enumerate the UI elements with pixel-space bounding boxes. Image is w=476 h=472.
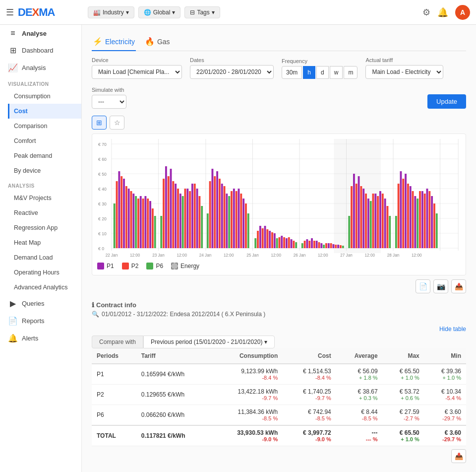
download-pdf-btn[interactable]: 📄 — [416, 279, 430, 293]
simulate-label: Simulate with — [92, 87, 126, 93]
svg-rect-111 — [301, 243, 303, 248]
freq-h-btn[interactable]: h — [303, 66, 315, 79]
share-btn[interactable]: 📤 — [451, 279, 466, 293]
freq-w-btn[interactable]: w — [330, 66, 343, 79]
cell-period: TOTAL — [92, 425, 136, 446]
regression-app-label: Regression App — [14, 224, 58, 231]
cell-max: € 27.59 -2.7 % — [383, 405, 424, 426]
sidebar-item-comparison[interactable]: Comparison — [8, 119, 81, 134]
sidebar-item-reactive[interactable]: Reactive — [8, 205, 81, 220]
svg-rect-141 — [377, 196, 379, 248]
tab-electricity[interactable]: ⚡ Electricity — [92, 33, 136, 51]
tariff-label: Actual tariff — [365, 57, 443, 63]
tariff-control: Actual tariff Main Load - Electricity — [365, 57, 443, 79]
svg-rect-117 — [316, 241, 318, 248]
cell-min: € 10.34 -5.4 % — [424, 385, 466, 405]
sidebar-item-analyse[interactable]: ≡ Analyse — [0, 25, 81, 42]
cell-cost: € 1,514.53 -8.4 % — [283, 364, 336, 385]
svg-rect-71 — [194, 184, 196, 248]
chart-legend: P1 P2 P6 Energy — [97, 260, 461, 272]
camera-btn[interactable]: 📷 — [433, 279, 448, 293]
sidebar-item-peak-demand[interactable]: Peak demand — [8, 148, 81, 163]
sidebar-item-comfort[interactable]: Comfort — [8, 134, 81, 148]
sidebar-item-mv-projects[interactable]: M&V Projects — [8, 191, 81, 205]
tab-gas[interactable]: 🔥 Gas — [144, 33, 171, 51]
device-select[interactable]: Main Load [Chemical Pla... — [92, 65, 182, 79]
svg-rect-99 — [269, 231, 271, 248]
reactive-label: Reactive — [14, 209, 38, 216]
consumption-label: Consumption — [14, 93, 51, 100]
svg-rect-108 — [291, 239, 293, 248]
sidebar-item-cost[interactable]: Cost — [8, 104, 81, 119]
chart-star-btn[interactable]: ☆ — [110, 116, 124, 130]
table-header-row: Periods Tariff Consumption Cost Average … — [92, 348, 466, 364]
settings-icon[interactable]: ⚙ — [422, 7, 430, 18]
sidebar-section-visualization: VISUALIZATION — [0, 76, 81, 89]
svg-rect-164 — [436, 213, 438, 248]
svg-rect-60 — [168, 176, 170, 248]
table-share-btn[interactable]: 📤 — [451, 449, 466, 463]
cell-tariff: 0.066260 €/kWh — [136, 405, 212, 426]
sidebar-item-queries[interactable]: ▶ Queries — [0, 295, 81, 312]
sidebar-item-reports[interactable]: 📄 Reports — [0, 312, 81, 330]
industry-selector[interactable]: 🏭 Industry ▾ — [88, 6, 134, 18]
tab-electricity-label: Electricity — [105, 38, 135, 46]
sidebar-item-regression-app[interactable]: Regression App — [8, 220, 81, 235]
svg-rect-41 — [118, 171, 120, 248]
freq-d-btn[interactable]: d — [316, 66, 329, 79]
svg-rect-83 — [226, 194, 228, 248]
global-selector[interactable]: 🌐 Global ▾ — [138, 6, 181, 18]
chart-toolbar: ⊞ ☆ — [92, 116, 466, 130]
sidebar-item-heat-map[interactable]: Heat Map — [8, 235, 81, 250]
cell-consumption: 33,930.53 kWh -9.0 % — [212, 425, 283, 446]
legend-p1: P1 — [97, 263, 114, 270]
svg-rect-119 — [320, 243, 322, 248]
legend-p6-color — [146, 263, 153, 270]
svg-rect-81 — [221, 184, 223, 248]
notifications-icon[interactable]: 🔔 — [437, 7, 448, 18]
search-icon: 🔍 — [92, 311, 99, 318]
sidebar-item-advanced-analytics[interactable]: Advanced Analytics — [8, 280, 81, 295]
table-row: P6 0.066260 €/kWh 11,384.36 kWh -8.5 % €… — [92, 405, 466, 426]
day3-bars — [207, 169, 249, 248]
compare-period-selector[interactable]: Previous period (15/01/2020 - 21/01/2020… — [143, 336, 275, 348]
svg-text:€ 30: € 30 — [98, 202, 107, 206]
hide-table-link[interactable]: Hide table — [92, 326, 466, 333]
sidebar-item-by-device[interactable]: By device — [8, 163, 81, 178]
dates-select[interactable]: 22/01/2020 - 28/01/2020 — [190, 65, 274, 79]
svg-rect-94 — [257, 231, 259, 248]
svg-rect-158 — [421, 191, 423, 248]
hamburger-icon[interactable]: ☰ — [6, 7, 14, 18]
simulate-select[interactable]: --- — [92, 95, 126, 109]
cell-min: € 39.36 + 1.0 % — [424, 364, 466, 385]
svg-rect-50 — [140, 196, 142, 248]
freq-m-btn[interactable]: m — [344, 66, 357, 79]
svg-rect-62 — [172, 181, 174, 248]
tariff-select[interactable]: Main Load - Electricity — [365, 65, 443, 79]
frequency-control: Frequency 30m h d w m — [282, 58, 357, 79]
chart-grid-btn[interactable]: ⊞ — [92, 116, 107, 130]
avatar[interactable]: A — [455, 5, 470, 20]
sidebar-label-dashboard: Dashboard — [22, 47, 54, 54]
svg-text:€ 60: € 60 — [98, 157, 107, 162]
advanced-analytics-label: Advanced Analytics — [14, 284, 67, 291]
contract-info: ℹ Contract info 🔍 01/01/2012 - 31/12/202… — [92, 298, 466, 321]
contract-detail-row: 🔍 01/01/2012 - 31/12/2022: Endesa 2012/2… — [92, 311, 466, 318]
sidebar-item-operating-hours[interactable]: Operating Hours — [8, 265, 81, 280]
update-button[interactable]: Update — [427, 94, 466, 109]
tags-chevron: ▾ — [212, 9, 215, 16]
sidebar-item-consumption[interactable]: Consumption — [8, 89, 81, 104]
sidebar-item-dashboard[interactable]: ⊞ Dashboard — [0, 42, 81, 59]
tags-selector[interactable]: ⊟ Tags ▾ — [184, 6, 220, 18]
globe-icon: 🌐 — [144, 9, 151, 16]
sidebar-item-analysis[interactable]: 📈 Analysis — [0, 59, 81, 76]
svg-rect-66 — [182, 196, 184, 248]
svg-rect-161 — [428, 191, 430, 248]
sidebar-item-demand-load[interactable]: Demand Load — [8, 250, 81, 265]
svg-rect-144 — [384, 199, 386, 248]
freq-30m-btn[interactable]: 30m — [282, 66, 302, 79]
svg-rect-61 — [170, 169, 172, 248]
sidebar-item-alerts[interactable]: 🔔 Alerts — [0, 330, 81, 347]
svg-rect-100 — [271, 232, 273, 248]
table-row: P2 0.129655 €/kWh 13,422.18 kWh -9.7 % €… — [92, 385, 466, 405]
